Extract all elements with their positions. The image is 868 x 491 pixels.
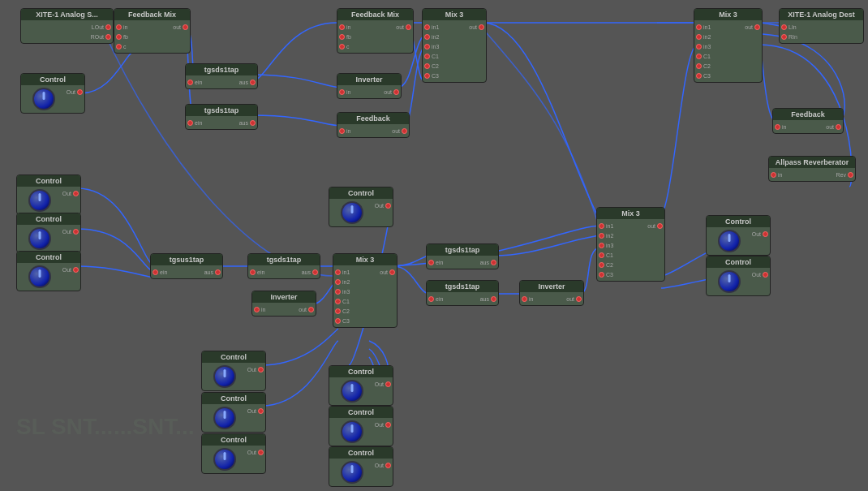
node-tgsds-4[interactable]: tgsds1tap ein aus <box>426 243 499 269</box>
watermark-1: SL SNT... <box>16 414 113 440</box>
node-control-4[interactable]: Control Out <box>16 213 81 253</box>
node-control-9[interactable]: Control Out <box>201 392 266 433</box>
node-fb-mix-1-title: Feedback Mix <box>114 9 190 20</box>
node-control-8[interactable]: Control Out <box>201 351 266 391</box>
node-inverter-2[interactable]: Inverter in out <box>251 291 316 317</box>
node-inverter-1[interactable]: Inverter in out <box>337 73 402 99</box>
node-fb-mix-2-title: Feedback Mix <box>337 9 413 20</box>
knob-control-10[interactable] <box>213 448 236 471</box>
node-control-1-title: Control <box>21 74 84 85</box>
knob-control-2[interactable] <box>341 201 363 224</box>
node-tgsds-1[interactable]: tgsds1tap ein aus <box>185 63 258 89</box>
knob-control-1[interactable] <box>32 88 55 110</box>
node-fb-mix-2[interactable]: Feedback Mix in fb c out <box>337 8 414 54</box>
knob-control-9[interactable] <box>213 407 236 429</box>
node-tgsds-2-title: tgsds1tap <box>186 105 257 116</box>
node-tgsds-1-title: tgsds1tap <box>186 64 257 75</box>
node-mix3-3[interactable]: Mix 3 in1 in2 in3 C1 C2 C3 out <box>596 207 665 282</box>
node-allpass-rev[interactable]: Allpass Reverberator in Rev <box>768 156 856 182</box>
node-control-11[interactable]: Control Out <box>329 365 393 406</box>
knob-control-12[interactable] <box>341 420 363 443</box>
node-inverter-3[interactable]: Inverter in out <box>519 280 584 306</box>
node-feedback-1[interactable]: Feedback in out <box>337 112 410 138</box>
node-tgsds-2[interactable]: tgsds1tap ein aus <box>185 104 258 130</box>
node-control-2[interactable]: Control Out <box>329 187 393 227</box>
node-xite1-dest[interactable]: XITE-1 Analog Dest LIn RIn <box>779 8 864 44</box>
knob-control-13[interactable] <box>341 461 363 484</box>
node-feedback-1-title: Feedback <box>337 113 409 124</box>
node-mix3-1[interactable]: Mix 3 in1 in2 in3 C1 C2 C3 out <box>422 8 487 83</box>
node-fb-mix-1[interactable]: Feedback Mix in fb c out <box>114 8 191 54</box>
knob-control-7[interactable] <box>718 270 741 293</box>
node-control-13[interactable]: Control Out <box>329 446 393 487</box>
knob-control-6[interactable] <box>718 230 741 252</box>
node-control-3[interactable]: Control Out <box>16 174 81 215</box>
node-mix3-4[interactable]: Mix 3 in1 in2 in3 C1 C2 C3 out <box>694 8 763 83</box>
node-control-5[interactable]: Control Out <box>16 251 81 291</box>
node-xite1-src[interactable]: XITE-1 Analog S... LOut ROut <box>20 8 114 44</box>
node-tgsus-1[interactable]: tgsus1tap ein aus <box>150 253 223 279</box>
node-control-6[interactable]: Control Out <box>706 215 771 256</box>
port-lout[interactable]: LOut <box>92 23 111 31</box>
knob-control-8[interactable] <box>213 365 236 388</box>
node-xite1-src-title: XITE-1 Analog S... <box>21 9 113 20</box>
node-feedback-2[interactable]: Feedback in out <box>772 108 844 134</box>
knob-control-11[interactable] <box>341 380 363 403</box>
node-control-1[interactable]: Control Out <box>20 73 85 114</box>
node-canvas[interactable]: SL SNT... ...SNT... <box>0 0 868 491</box>
port-rout[interactable]: ROut <box>91 32 111 41</box>
node-control-10[interactable]: Control Out <box>201 433 266 474</box>
node-tgsds-5[interactable]: tgsds1tap ein aus <box>426 280 499 306</box>
node-control-12[interactable]: Control Out <box>329 406 393 446</box>
watermark-2: ...SNT... <box>114 414 195 440</box>
knob-control-4[interactable] <box>28 227 51 250</box>
node-inverter-1-title: Inverter <box>337 74 401 85</box>
node-mix3-2[interactable]: Mix 3 in1 in2 in3 C1 C2 C3 out <box>333 253 397 328</box>
knob-control-5[interactable] <box>28 265 51 288</box>
node-tgsds-3[interactable]: tgsds1tap ein aus <box>247 253 320 279</box>
node-mix3-1-title: Mix 3 <box>423 9 486 20</box>
node-control-7[interactable]: Control Out <box>706 256 771 296</box>
knob-control-3[interactable] <box>28 189 51 212</box>
